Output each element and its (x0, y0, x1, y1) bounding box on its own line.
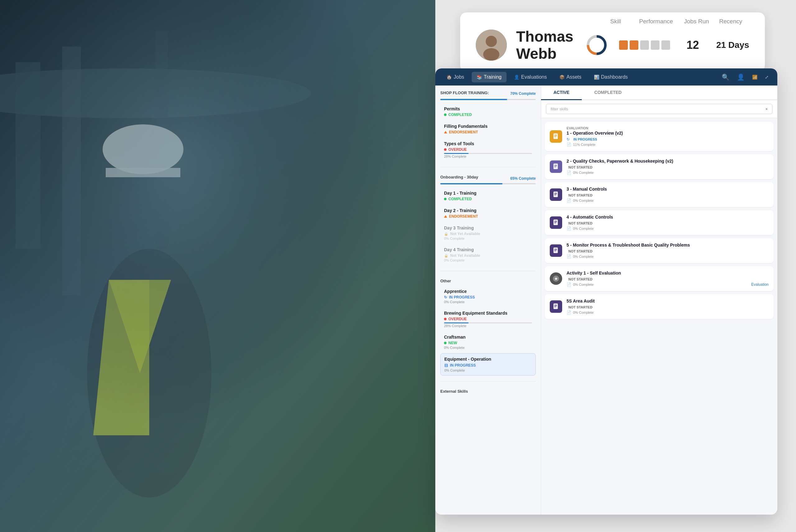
day4-name: Day 4 Training (444, 247, 532, 252)
nav-dashboards[interactable]: 📊 Dashboards (589, 72, 633, 82)
day1-status: COMPLETED (444, 197, 532, 201)
nav-assets[interactable]: 📦 Assets (554, 72, 586, 82)
sidebar-brewing[interactable]: Brewing Equipment Standards OVERDUE 28% … (440, 307, 536, 331)
brewing-progress-bar (444, 322, 532, 323)
filter-clear-button[interactable]: × (765, 107, 768, 111)
course-2-status-row: NOT STARTED (567, 165, 769, 170)
svg-rect-16 (553, 133, 558, 139)
course-6-title: Activity 1 - Self Evaluation (567, 270, 769, 276)
nav-training-label: Training (484, 74, 501, 80)
filter-input-container[interactable]: filter skills × (546, 104, 772, 114)
course-card-1[interactable]: EVALUATION 1 - Operation Overview (v2) ↻… (545, 122, 774, 151)
brewing-progress-fill (444, 322, 469, 323)
dashboards-icon: 📊 (594, 75, 599, 80)
course-3-info: 3 - Manual Controls NOT STARTED 📄 0% Com… (567, 187, 769, 203)
onboarding-progress-fill (440, 183, 503, 184)
course-card-6[interactable]: ★ Activity 1 - Self Evaluation NOT START… (545, 266, 774, 291)
craftsman-status: NEW (444, 341, 532, 345)
course-card-4[interactable]: 4 - Automatic Controls NOT STARTED 📄 0% … (545, 210, 774, 235)
tools-progress-text: 28% Complete (444, 154, 532, 158)
course-5-status-row: NOT STARTED (567, 249, 769, 254)
shop-floor-progress-bar (440, 99, 536, 100)
profile-card: Skill Performance Jobs Run Recency Thoma… (460, 13, 765, 72)
course-1-status-row: ↻ IN PROGRESS (567, 137, 769, 142)
course-1-type-badge: EVALUATION (567, 126, 769, 130)
course-4-progress-row: 📄 0% Complete (567, 226, 769, 231)
tools-status: OVERDUE (444, 147, 532, 152)
day4-status: 🔒 Not Yet Available (444, 253, 532, 258)
course-6-status: NOT STARTED (567, 277, 594, 282)
sidebar-day2[interactable]: Day 2 - Training ENDORSEMENT (440, 205, 536, 222)
craftsman-status-text: NEW (448, 341, 457, 345)
sidebar-day1[interactable]: Day 1 - Training COMPLETED (440, 188, 536, 204)
course-6-status-row: NOT STARTED (567, 277, 769, 282)
jobs-run-value: 12 (679, 39, 706, 52)
day2-status: ENDORSEMENT (444, 214, 532, 218)
recency-value: 21 Days (716, 40, 750, 50)
svg-point-10 (486, 36, 497, 47)
filter-row: filter skills × (541, 100, 777, 118)
svg-rect-24 (553, 192, 558, 197)
tab-active[interactable]: ACTIVE (541, 86, 582, 100)
course-6-progress: 0% Complete (573, 283, 593, 286)
section-title-shop-floor: SHOP FLOOR TRAINING: (440, 91, 489, 95)
tools-progress-fill (444, 153, 469, 154)
course-7-status-row: NOT STARTED (567, 305, 769, 310)
sidebar-apprentice[interactable]: Apprentice ↻ IN PROGRESS 0% Complete (440, 286, 536, 307)
course-3-doc-icon: 📄 (567, 198, 571, 203)
course-5-icon (550, 244, 562, 257)
course-6-doc-icon: 📄 (567, 282, 571, 287)
nav-jobs[interactable]: 🏠 Jobs (441, 72, 469, 82)
day2-status-icon (444, 215, 447, 217)
sidebar-day4[interactable]: Day 4 Training 🔒 Not Yet Available 0% Co… (440, 244, 536, 265)
user-name: Thomas Webb (516, 28, 573, 62)
permits-status-dot (444, 113, 447, 116)
course-card-5[interactable]: 5 - Monitor Process & Troubleshoot Basic… (545, 238, 774, 263)
course-card-7[interactable]: 5S Area Audit NOT STARTED 📄 0% Complete (545, 294, 774, 319)
svg-rect-28 (553, 220, 558, 225)
sidebar-craftsman[interactable]: Craftsman NEW 0% Complete (440, 331, 536, 353)
course-1-status: IN PROGRESS (571, 137, 599, 142)
search-button[interactable]: 🔍 (719, 71, 732, 83)
equipment-status-text: IN PROGRESS (450, 363, 476, 367)
user-button[interactable]: 👤 (735, 71, 747, 83)
background-photo (0, 0, 435, 532)
course-5-title: 5 - Monitor Process & Troubleshoot Basic… (567, 243, 769, 247)
wifi-icon: 📶 (750, 73, 760, 81)
evaluations-icon: 👤 (514, 75, 519, 80)
performance-bars (620, 40, 669, 50)
day1-status-dot (444, 198, 447, 200)
course-5-progress-row: 📄 0% Complete (567, 254, 769, 259)
tab-completed[interactable]: COMPLETED (582, 86, 634, 100)
craftsman-status-dot (444, 342, 447, 344)
skill-chart (583, 35, 610, 56)
section-title-external: External Skills (440, 389, 536, 394)
nav-training[interactable]: 📚 Training (472, 72, 507, 82)
permits-status-text: COMPLETED (448, 113, 472, 117)
sidebar-section-onboarding: Onboarding - 30day 65% Complete Day 1 - … (435, 170, 541, 268)
sidebar-equipment-operation[interactable]: Equipment - Operation ⊟ IN PROGRESS 0% C… (440, 353, 536, 376)
course-3-icon (550, 188, 562, 201)
app-window: 🏠 Jobs 📚 Training 👤 Evaluations 📦 Assets… (435, 69, 777, 515)
day3-name: Day 3 Training (444, 225, 532, 230)
sidebar-filling-fundamentals[interactable]: Filling Fundamentals ENDORSEMENT (440, 121, 536, 137)
course-6-eval-link[interactable]: Evaluation (751, 282, 769, 287)
tools-progress-bar (444, 153, 532, 154)
nav-evaluations[interactable]: 👤 Evaluations (509, 72, 552, 82)
permits-name: Permits (444, 106, 532, 111)
course-3-progress: 0% Complete (573, 199, 593, 203)
apprentice-status-text: IN PROGRESS (449, 295, 475, 300)
course-card-3[interactable]: 3 - Manual Controls NOT STARTED 📄 0% Com… (545, 182, 774, 207)
day4-progress-text: 0% Complete (444, 259, 532, 262)
expand-icon[interactable]: ⤢ (762, 73, 771, 81)
sidebar-section-shop-floor: SHOP FLOOR TRAINING: 70% Complete Permit… (435, 86, 541, 165)
brewing-status-text: OVERDUE (448, 317, 467, 321)
filling-status: ENDORSEMENT (444, 130, 532, 134)
sidebar-permits[interactable]: Permits COMPLETED (440, 103, 536, 120)
course-4-progress: 0% Complete (573, 227, 593, 230)
course-card-2[interactable]: 2 - Quality Checks, Paperwork & Housekee… (545, 154, 774, 179)
permits-status: COMPLETED (444, 113, 532, 117)
apprentice-name: Apprentice (444, 289, 532, 294)
sidebar-day3[interactable]: Day 3 Training 🔒 Not Yet Available 0% Co… (440, 222, 536, 244)
sidebar-types-of-tools[interactable]: Types of Tools OVERDUE 28% Complete (440, 138, 536, 162)
